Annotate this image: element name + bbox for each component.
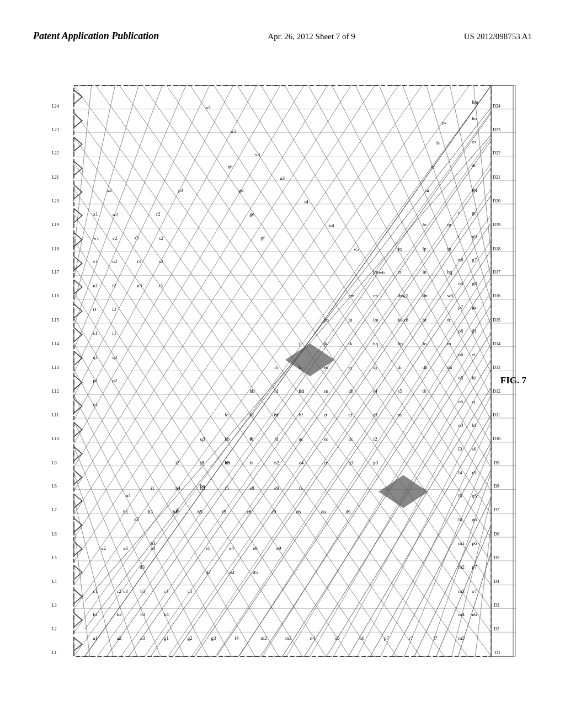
svg-text:i2: i2 (175, 460, 179, 465)
svg-text:g1: g1 (164, 635, 169, 641)
svg-text:es: es (472, 139, 476, 144)
svg-text:m1: m1 (458, 540, 464, 546)
svg-text:D3: D3 (494, 603, 499, 608)
diagram-container: text { font-family: 'Times New Roman', s… (33, 80, 532, 662)
svg-text:D6: D6 (494, 532, 499, 537)
svg-text:D15: D15 (493, 318, 500, 323)
svg-text:L22: L22 (52, 151, 59, 156)
svg-text:jw: jw (441, 120, 447, 125)
svg-text:et: et (398, 269, 402, 275)
svg-text:s5: s5 (398, 388, 402, 394)
svg-text:L8: L8 (52, 484, 57, 489)
svg-text:d4: d4 (229, 570, 234, 575)
svg-text:e8: e8 (249, 485, 254, 491)
svg-text:o6: o6 (359, 635, 364, 641)
svg-text:fd: fd (274, 436, 279, 442)
svg-text:dj: dj (249, 436, 253, 441)
svg-text:en: en (373, 293, 378, 298)
svg-line-114 (74, 85, 470, 633)
svg-text:gd: gd (238, 188, 243, 193)
svg-line-144 (74, 421, 184, 656)
svg-text:gq: gq (472, 186, 477, 192)
svg-text:ip: ip (447, 246, 451, 251)
svg-text:ip: ip (447, 222, 451, 227)
svg-text:bf: bf (472, 422, 476, 428)
svg-line-128 (74, 85, 138, 302)
svg-line-95 (85, 135, 492, 602)
svg-line-102 (216, 240, 492, 656)
svg-text:hu: hu (472, 116, 477, 121)
svg-text:cj: cj (472, 399, 475, 404)
svg-text:l4: l4 (234, 635, 238, 641)
svg-text:dn: dn (423, 293, 428, 298)
svg-text:D2: D2 (494, 627, 499, 631)
svg-text:D22: D22 (493, 151, 500, 156)
svg-text:iq: iq (431, 164, 435, 169)
svg-text:v1: v1 (93, 259, 98, 264)
svg-line-154 (214, 85, 492, 515)
svg-line-134 (74, 163, 420, 656)
svg-text:a4: a4 (151, 545, 156, 551)
svg-text:jm: jm (372, 269, 378, 275)
svg-line-135 (74, 189, 397, 656)
svg-text:c2: c2 (116, 588, 121, 594)
svg-text:di: di (398, 365, 402, 370)
svg-text:D7: D7 (494, 507, 499, 512)
svg-text:a3: a3 (134, 516, 139, 522)
svg-line-160 (355, 85, 491, 373)
svg-text:L1: L1 (52, 650, 57, 655)
svg-line-110 (404, 447, 491, 656)
svg-text:D9: D9 (494, 461, 499, 465)
svg-text:s6: s6 (472, 446, 476, 452)
svg-line-141 (74, 344, 255, 656)
svg-text:L20: L20 (52, 199, 59, 204)
svg-text:g8: g8 (472, 281, 477, 286)
svg-text:hq: hq (447, 269, 452, 275)
svg-text:D23: D23 (493, 127, 500, 132)
svg-text:d5: d5 (253, 570, 258, 575)
svg-text:e9: e9 (274, 485, 279, 491)
svg-text:t6: t6 (423, 388, 427, 394)
svg-text:t3: t3 (159, 283, 163, 288)
left-labels: L1 L2 L3 L4 L5 L6 L7 L8 L9 L10 L11 L12 L… (52, 104, 59, 655)
svg-line-75 (107, 113, 492, 656)
svg-text:l6: l6 (458, 517, 462, 522)
svg-text:l7: l7 (434, 635, 438, 641)
svg-text:dj: dj (373, 365, 377, 370)
svg-line-99 (145, 163, 491, 656)
svg-text:D16: D16 (493, 293, 500, 298)
svg-text:L23: L23 (52, 127, 59, 132)
svg-text:a1: a1 (93, 635, 98, 641)
svg-text:ra: ra (398, 412, 402, 417)
svg-text:jl: jl (299, 341, 302, 346)
svg-text:r2: r2 (373, 436, 377, 442)
svg-text:hp: hp (398, 341, 403, 346)
svg-text:w1: w1 (93, 235, 99, 241)
svg-text:c3: c3 (123, 588, 128, 594)
svg-text:t2: t2 (112, 307, 116, 312)
svg-text:L5: L5 (52, 555, 57, 560)
svg-text:jn: jn (348, 317, 352, 323)
svg-line-109 (381, 421, 491, 656)
svg-text:q5: q5 (472, 493, 477, 499)
page-header: Patent Application Publication Apr. 26, … (33, 30, 532, 42)
svg-text:e8: e8 (253, 545, 258, 551)
svg-text:h4: h4 (175, 485, 180, 491)
svg-text:dn: dn (447, 365, 452, 370)
svg-text:in: in (423, 269, 427, 275)
svg-text:da: da (321, 509, 326, 515)
svg-text:cl: cl (472, 352, 476, 357)
svg-text:w6: w6 (379, 270, 385, 275)
svg-text:ge: ge (249, 211, 254, 217)
svg-text:D10: D10 (493, 436, 500, 441)
svg-line-124 (74, 85, 233, 397)
svg-text:dh: dh (348, 388, 353, 394)
svg-line-133 (74, 137, 444, 657)
svg-text:w3: w3 (230, 129, 236, 134)
svg-text:n6: n6 (458, 257, 463, 263)
svg-text:D20: D20 (493, 199, 500, 204)
svg-text:cc: cc (324, 460, 328, 465)
svg-text:dh: dh (423, 365, 428, 370)
svg-line-153 (190, 85, 491, 538)
svg-text:in: in (398, 317, 402, 323)
